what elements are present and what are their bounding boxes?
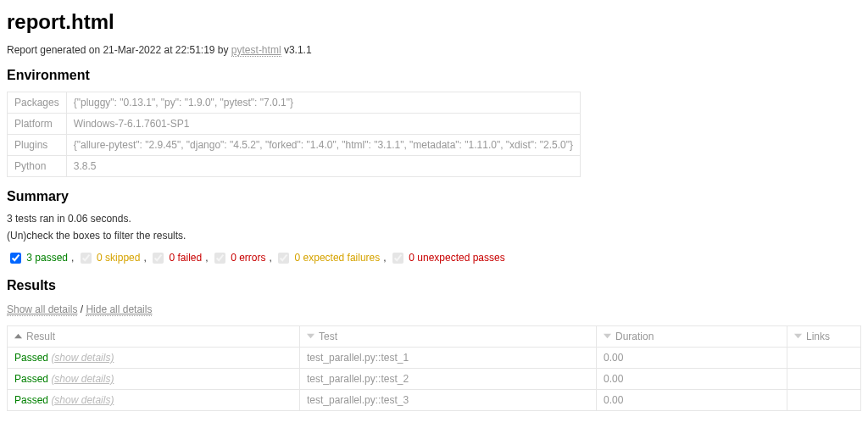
table-row: Passed (show details) test_parallel.py::… [8,390,861,411]
col-result-header[interactable]: Result [8,326,300,348]
env-value: 3.8.5 [66,156,580,177]
show-details-link[interactable]: (show details) [51,352,114,364]
page-title: report.html [7,10,861,34]
col-test-header[interactable]: Test [300,326,597,348]
test-cell: test_parallel.py::test_1 [300,348,597,369]
svg-marker-0 [14,334,22,338]
col-links-label: Links [806,331,830,342]
status-badge: Passed [14,352,48,364]
sort-asc-icon [14,331,22,342]
details-toggle-line: Show all details / Hide all details [7,303,861,315]
summary-heading: Summary [7,189,861,204]
sort-desc-icon [307,331,314,342]
filters: 3 passed, 0 skipped, 0 failed, 0 errors,… [7,250,861,266]
result-cell: Passed (show details) [8,369,300,390]
filter-hint: (Un)check the boxes to filter the result… [7,230,861,242]
result-cell: Passed (show details) [8,348,300,369]
env-key: Packages [8,92,67,114]
col-duration-header[interactable]: Duration [597,326,787,348]
table-row: Passed (show details) test_parallel.py::… [8,369,861,390]
pytest-html-link[interactable]: pytest-html [231,44,281,57]
links-cell [787,348,861,369]
generated-prefix: Report generated on [7,44,103,56]
filter-failed-checkbox [153,253,164,264]
filter-xfailed-checkbox [278,253,289,264]
env-value: {"pluggy": "0.13.1", "py": "1.9.0", "pyt… [66,92,580,114]
env-key: Python [8,156,67,177]
env-value: Windows-7-6.1.7601-SP1 [66,114,580,135]
show-details-link[interactable]: (show details) [51,394,114,406]
filter-skipped-label: 0 skipped [97,252,140,264]
filter-xfailed-label: 0 expected failures [295,252,381,264]
table-row: Python3.8.5 [8,156,581,177]
env-key: Plugins [8,135,67,156]
show-all-details-link[interactable]: Show all details [7,303,77,316]
table-header-row: Result Test Duration Links [8,326,861,348]
filter-xpassed-label: 0 unexpected passes [409,252,504,264]
table-row: Packages{"pluggy": "0.13.1", "py": "1.9.… [8,92,581,114]
links-cell [787,390,861,411]
filter-errors-label: 0 errors [231,252,265,264]
show-details-link[interactable]: (show details) [51,373,114,385]
table-row: Plugins{"allure-pytest": "2.9.45", "djan… [8,135,581,156]
links-cell [787,369,861,390]
svg-marker-1 [307,334,314,338]
col-links-header[interactable]: Links [787,326,861,348]
generated-line: Report generated on 21-Mar-2022 at 22:51… [7,44,861,56]
generated-timestamp: 21-Mar-2022 at 22:51:19 [103,44,214,56]
test-cell: test_parallel.py::test_3 [300,390,597,411]
status-badge: Passed [14,394,48,406]
table-row: Passed (show details) test_parallel.py::… [8,348,861,369]
col-test-label: Test [319,331,337,342]
environment-table: Packages{"pluggy": "0.13.1", "py": "1.9.… [7,92,581,177]
filter-passed-checkbox[interactable] [10,253,21,264]
sort-desc-icon [604,331,611,342]
filter-xpassed-checkbox [392,253,403,264]
env-key: Platform [8,114,67,135]
table-row: PlatformWindows-7-6.1.7601-SP1 [8,114,581,135]
duration-cell: 0.00 [597,390,787,411]
generated-by: by [215,44,231,56]
results-table: Result Test Duration Links Passed (show … [7,325,861,411]
sort-desc-icon [794,331,802,342]
col-duration-label: Duration [615,331,654,342]
status-badge: Passed [14,373,48,385]
col-result-label: Result [26,331,55,342]
generated-version: 3.1.1 [289,44,312,56]
result-cell: Passed (show details) [8,390,300,411]
generated-vprefix: v [281,44,289,56]
filter-skipped-checkbox [81,253,92,264]
hide-all-details-link[interactable]: Hide all details [86,303,152,316]
duration-cell: 0.00 [597,369,787,390]
environment-heading: Environment [7,68,861,83]
filter-failed-label: 0 failed [169,252,202,264]
svg-marker-3 [794,334,802,338]
svg-marker-2 [604,334,611,338]
duration-cell: 0.00 [597,348,787,369]
filter-errors-checkbox [214,253,225,264]
env-value: {"allure-pytest": "2.9.45", "django": "4… [66,135,580,156]
test-cell: test_parallel.py::test_2 [300,369,597,390]
results-heading: Results [7,278,861,293]
filter-passed-label: 3 passed [26,252,68,264]
summary-ran-line: 3 tests ran in 0.06 seconds. [7,213,861,225]
